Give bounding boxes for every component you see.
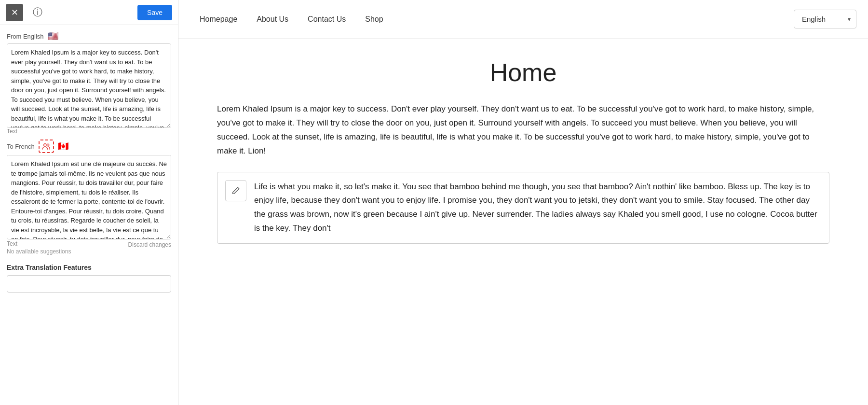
- people-icon: [39, 140, 54, 153]
- to-text-label: To French: [7, 143, 35, 150]
- close-button[interactable]: ✕: [6, 4, 23, 21]
- left-panel: ✕ ⓘ Save From English 🇺🇸 Text To French: [0, 0, 178, 405]
- extra-input[interactable]: [7, 275, 171, 293]
- site-nav: Homepage About Us Contact Us Shop Englis…: [178, 0, 868, 39]
- to-flag: 🇨🇦: [58, 141, 68, 152]
- main-paragraph: Lorem Khaled Ipsum is a major key to suc…: [217, 102, 829, 158]
- save-button[interactable]: Save: [137, 5, 172, 20]
- to-text-type-label: Text: [7, 240, 17, 247]
- extra-section-title: Extra Translation Features: [7, 264, 171, 271]
- from-flag: 🇺🇸: [48, 31, 58, 42]
- edit-icon-button[interactable]: [225, 180, 246, 201]
- lang-select-inner: English French Spanish German ▾: [794, 10, 856, 28]
- discard-button[interactable]: Discard changes: [128, 241, 171, 248]
- from-label: From English 🇺🇸: [7, 31, 171, 42]
- extra-section: Extra Translation Features: [7, 264, 171, 293]
- top-bar: ✕ ⓘ Save: [0, 0, 178, 25]
- nav-shop[interactable]: Shop: [355, 15, 393, 24]
- panel-content: From English 🇺🇸 Text To French 🇨🇦: [0, 25, 178, 405]
- from-textarea[interactable]: [7, 43, 171, 128]
- lang-select[interactable]: English French Spanish German: [794, 10, 856, 28]
- discard-row: Text Discard changes: [7, 241, 171, 248]
- from-section: From English 🇺🇸 Text: [7, 31, 171, 135]
- page-title: Home: [217, 58, 829, 87]
- from-text-type-label: Text: [7, 128, 171, 135]
- from-text-label: From English: [7, 33, 44, 40]
- nav-contact-us[interactable]: Contact Us: [298, 15, 355, 24]
- to-section: To French 🇨🇦 Text Discard changes No ava…: [7, 140, 171, 255]
- quote-text: Life is what you make it, so let's make …: [254, 180, 821, 236]
- to-textarea[interactable]: [7, 155, 171, 239]
- quote-block: Life is what you make it, so let's make …: [217, 172, 829, 244]
- to-label-row: To French 🇨🇦: [7, 140, 171, 153]
- nav-about-us[interactable]: About Us: [247, 15, 298, 24]
- suggestions-text: No available suggestions: [7, 248, 171, 255]
- svg-point-0: [44, 144, 46, 146]
- info-button[interactable]: ⓘ: [29, 4, 46, 21]
- svg-point-1: [47, 144, 49, 146]
- lang-select-wrapper: English French Spanish German ▾: [794, 10, 856, 28]
- nav-homepage[interactable]: Homepage: [190, 15, 247, 24]
- site-content: Home Lorem Khaled Ipsum is a major key t…: [178, 39, 868, 405]
- right-panel: Homepage About Us Contact Us Shop Englis…: [178, 0, 868, 405]
